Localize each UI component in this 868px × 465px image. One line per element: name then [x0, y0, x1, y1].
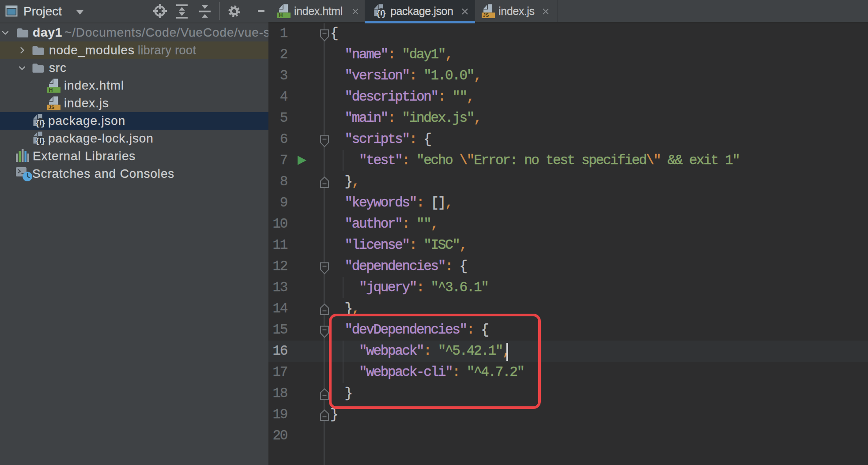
svg-text:H: H: [279, 12, 283, 18]
svg-text:JS: JS: [49, 105, 54, 110]
svg-text:H: H: [49, 87, 53, 93]
svg-text:JS: JS: [483, 12, 489, 18]
